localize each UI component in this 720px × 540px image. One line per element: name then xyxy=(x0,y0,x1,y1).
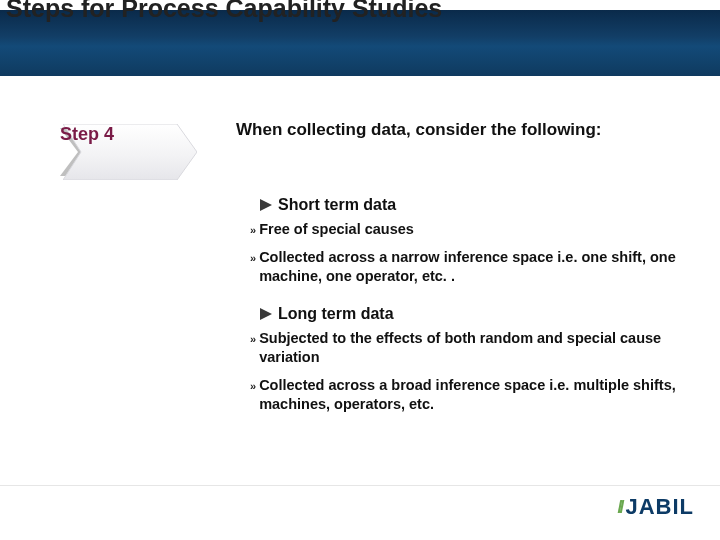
double-chevron-icon: » xyxy=(250,251,253,266)
list-item: » Collected across a narrow inference sp… xyxy=(250,248,676,287)
double-chevron-icon: » xyxy=(250,223,253,238)
triangle-bullet-icon xyxy=(260,199,272,211)
list-item-text: Collected across a broad inference space… xyxy=(259,376,676,415)
section-heading-long-term: Long term data xyxy=(260,305,676,323)
logo-text: // JABIL xyxy=(617,494,694,520)
logo-label: JABIL xyxy=(625,494,694,520)
section-heading-text: Long term data xyxy=(278,305,394,323)
list-item: » Free of special causes xyxy=(250,220,676,240)
intro-text: When collecting data, consider the follo… xyxy=(236,116,676,145)
step-chevron: Step 4 xyxy=(60,124,200,180)
slide: Steps for Process Capability Studies Ste… xyxy=(0,0,720,540)
double-chevron-icon: » xyxy=(250,379,253,394)
bullet-list: Short term data » Free of special causes… xyxy=(236,190,676,423)
list-item-text: Collected across a narrow inference spac… xyxy=(259,248,676,287)
footer-divider xyxy=(0,485,720,486)
list-item: » Collected across a broad inference spa… xyxy=(250,376,676,415)
slide-title: Steps for Process Capability Studies xyxy=(6,0,706,23)
triangle-bullet-icon xyxy=(260,308,272,320)
list-item-text: Subjected to the effects of both random … xyxy=(259,329,676,368)
slide-title-text: Steps for Process Capability Studies xyxy=(6,0,442,22)
step-label: Step 4 xyxy=(60,124,200,145)
list-item: » Subjected to the effects of both rando… xyxy=(250,329,676,368)
section-heading-short-term: Short term data xyxy=(260,196,676,214)
double-chevron-icon: » xyxy=(250,332,253,347)
logo: // JABIL xyxy=(554,492,694,522)
section-heading-text: Short term data xyxy=(278,196,396,214)
svg-marker-2 xyxy=(260,199,272,211)
list-item-text: Free of special causes xyxy=(259,220,414,240)
logo-slashes-icon: // xyxy=(617,497,621,518)
svg-marker-3 xyxy=(260,308,272,320)
